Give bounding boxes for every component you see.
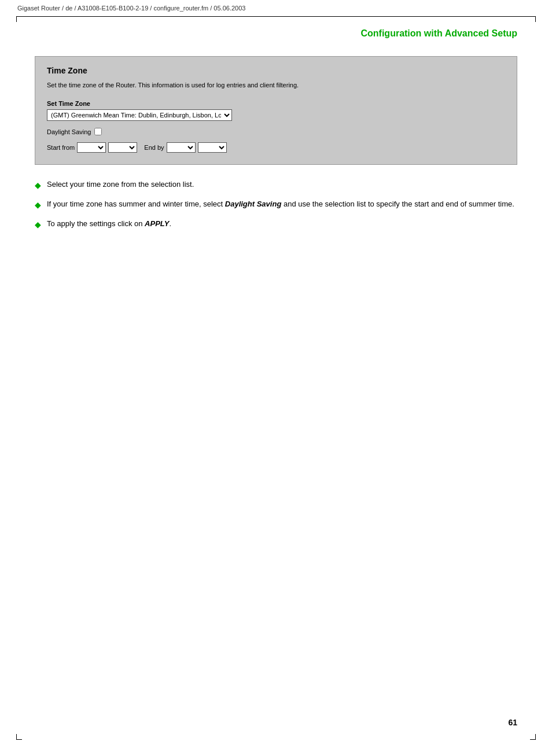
bullet-3-after: . xyxy=(169,219,171,228)
start-label: Start from xyxy=(47,144,75,151)
timezone-select-row: (GMT) Greenwich Mean Time: Dublin, Edinb… xyxy=(47,109,505,121)
bullet-item-2: ◆ If your time zone has summer and winte… xyxy=(35,198,517,211)
page-title: Configuration with Advanced Setup xyxy=(0,17,552,50)
timezone-box-title: Time Zone xyxy=(47,66,505,75)
start-end-row: Start from End by xyxy=(47,142,505,153)
bullet-3-bold: APPLY xyxy=(145,219,169,228)
timezone-box: Time Zone Set the time zone of the Route… xyxy=(35,56,517,165)
end-label: End by xyxy=(144,144,164,151)
set-timezone-label: Set Time Zone xyxy=(47,100,505,107)
corner-bottom-left xyxy=(16,734,22,740)
bullet-item-3: ◆ To apply the settings click on APPLY. xyxy=(35,218,517,231)
bullet-text-2: If your time zone has summer and winter … xyxy=(47,198,517,210)
page-number: 61 xyxy=(508,718,517,727)
page-container: Gigaset Router / de / A31008-E105-B100-2… xyxy=(0,0,552,756)
bullet-2-after: and use the selection list to specify th… xyxy=(281,200,514,208)
bullet-text-1: Select your time zone from the selection… xyxy=(47,179,517,190)
corner-top-right xyxy=(530,16,536,22)
header-path: Gigaset Router / de / A31008-E105-B100-2… xyxy=(17,5,245,12)
start-day-select[interactable] xyxy=(108,142,137,153)
start-month-select[interactable] xyxy=(77,142,106,153)
bullet-list: ◆ Select your time zone from the selecti… xyxy=(35,179,517,231)
corner-bottom-right xyxy=(530,734,536,740)
daylight-label: Daylight Saving xyxy=(47,128,91,135)
bullet-text-3: To apply the settings click on APPLY. xyxy=(47,218,517,230)
daylight-row: Daylight Saving xyxy=(47,128,505,135)
bullet-2-bold: Daylight Saving xyxy=(225,200,282,208)
bullet-2-before: If your time zone has summer and winter … xyxy=(47,200,225,208)
bullet-item-1: ◆ Select your time zone from the selecti… xyxy=(35,179,517,191)
daylight-checkbox[interactable] xyxy=(94,128,102,135)
timezone-description: Set the time zone of the Router. This in… xyxy=(47,81,505,90)
header-bar: Gigaset Router / de / A31008-E105-B100-2… xyxy=(0,0,552,16)
main-content: Time Zone Set the time zone of the Route… xyxy=(0,50,552,249)
bullet-diamond-1: ◆ xyxy=(35,179,41,191)
timezone-select[interactable]: (GMT) Greenwich Mean Time: Dublin, Edinb… xyxy=(47,109,232,121)
bullet-1-before: Select your time zone from the selection… xyxy=(47,180,194,189)
corner-top-left xyxy=(16,16,22,22)
bullet-diamond-3: ◆ xyxy=(35,219,41,231)
end-month-select[interactable] xyxy=(167,142,196,153)
end-day-select[interactable] xyxy=(198,142,227,153)
bullet-diamond-2: ◆ xyxy=(35,199,41,211)
bullet-3-before: To apply the settings click on xyxy=(47,219,145,228)
